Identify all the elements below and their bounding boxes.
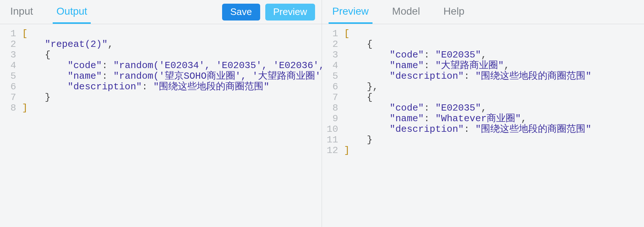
right-tabs: Preview Model Help (329, 0, 468, 24)
code-token: } (367, 81, 372, 92)
line-number: 7 (0, 92, 16, 103)
code-line[interactable]: "code": "random('E02034', 'E02035', 'E02… (22, 60, 322, 71)
code-line[interactable]: { (344, 92, 644, 103)
line-number: 8 (0, 103, 16, 114)
left-gutter: 12345678 (0, 29, 20, 227)
code-token: : (464, 124, 475, 135)
code-token: "name" (390, 60, 424, 71)
code-line[interactable]: [ (22, 29, 322, 39)
code-line[interactable]: "repeat(2)", (22, 39, 322, 50)
code-token (344, 49, 390, 60)
line-number: 2 (322, 39, 338, 50)
code-token: : (464, 71, 475, 82)
line-number: 4 (0, 60, 16, 71)
code-token (22, 71, 68, 82)
code-token: , (521, 113, 527, 124)
code-token: "description" (68, 81, 142, 92)
code-token (344, 81, 367, 92)
code-token (22, 81, 68, 92)
code-token (344, 124, 390, 135)
line-number: 8 (322, 103, 338, 114)
line-number: 9 (322, 114, 338, 124)
code-line[interactable]: { (344, 39, 644, 50)
tab-model[interactable]: Model (389, 0, 424, 24)
code-line[interactable]: "code": "E02035", (344, 50, 644, 60)
code-token (344, 103, 390, 114)
line-number: 6 (0, 82, 16, 92)
code-line[interactable]: ] (344, 145, 644, 156)
code-token: "code" (68, 60, 102, 71)
code-token: , (372, 81, 378, 92)
code-line[interactable]: "description": "围绕这些地段的商圈范围" (344, 71, 644, 82)
left-tabbar: Input Output Save Preview (0, 0, 322, 24)
code-token: "description" (390, 71, 464, 82)
code-token: { (367, 39, 372, 50)
code-token: "description" (390, 124, 464, 135)
code-token (22, 39, 45, 50)
line-number: 3 (322, 50, 338, 60)
code-token: "围绕这些地段的商圈范围" (153, 81, 269, 92)
code-line[interactable]: } (344, 135, 644, 145)
code-token (22, 60, 68, 71)
code-line[interactable]: [ (344, 29, 644, 39)
code-token: , (108, 39, 113, 50)
code-line[interactable]: "name": "random('望京SOHO商业圈', '大望路商业圈', (22, 71, 322, 82)
line-number: 5 (322, 71, 338, 82)
code-line[interactable]: "code": "E02035", (344, 103, 644, 114)
right-pane: Preview Model Help 123456789101112 [ { "… (322, 0, 644, 227)
code-token: : (424, 113, 435, 124)
code-token: ] (22, 103, 28, 114)
save-button[interactable]: Save (222, 4, 260, 21)
code-token: "random('望京SOHO商业圈', '大望路商业圈', (113, 71, 322, 82)
code-line[interactable]: }, (344, 82, 644, 92)
right-editor[interactable]: 123456789101112 [ { "code": "E02035", "n… (322, 24, 644, 227)
code-token: "E02035" (435, 103, 481, 114)
code-line[interactable]: { (22, 50, 322, 60)
code-token (344, 134, 367, 145)
code-token: "name" (68, 71, 102, 82)
code-token: "大望路商业圈" (435, 60, 504, 71)
line-number: 10 (322, 124, 338, 135)
line-number: 12 (322, 145, 338, 156)
line-number: 4 (322, 60, 338, 71)
left-code[interactable]: [ "repeat(2)", { "code": "random('E02034… (20, 29, 322, 227)
code-token: : (142, 81, 153, 92)
tab-output[interactable]: Output (53, 0, 91, 24)
code-token (344, 71, 390, 82)
code-token: "Whatever商业圈" (435, 113, 521, 124)
line-number: 1 (322, 29, 338, 39)
app-root: Input Output Save Preview 12345678 [ "re… (0, 0, 644, 227)
code-token: "围绕这些地段的商圈范围" (475, 71, 591, 82)
left-editor[interactable]: 12345678 [ "repeat(2)", { "code": "rando… (0, 24, 322, 227)
right-gutter: 123456789101112 (322, 29, 342, 227)
code-line[interactable]: "name": "大望路商业圈", (344, 60, 644, 71)
preview-button[interactable]: Preview (265, 4, 315, 21)
tab-help[interactable]: Help (440, 0, 468, 24)
code-token: "围绕这些地段的商圈范围" (475, 124, 591, 135)
code-line[interactable]: "description": "围绕这些地段的商圈范围" (344, 124, 644, 135)
right-code[interactable]: [ { "code": "E02035", "name": "大望路商业圈", … (342, 29, 644, 227)
code-token: : (424, 60, 435, 71)
code-token (344, 92, 367, 103)
code-line[interactable]: "description": "围绕这些地段的商圈范围" (22, 82, 322, 92)
code-line[interactable]: } (22, 92, 322, 103)
right-tabbar: Preview Model Help (322, 0, 644, 24)
code-line[interactable]: ] (22, 103, 322, 114)
line-number: 5 (0, 71, 16, 82)
code-token (22, 92, 45, 103)
tab-input[interactable]: Input (7, 0, 37, 24)
tab-preview[interactable]: Preview (329, 0, 372, 24)
code-token: "E02035" (435, 49, 481, 60)
code-token: "code" (390, 103, 424, 114)
code-line[interactable]: "name": "Whatever商业圈", (344, 114, 644, 124)
code-token: "random('E02034', 'E02035', 'E02036', ' (113, 60, 322, 71)
code-token: { (367, 92, 372, 103)
line-number: 2 (0, 39, 16, 50)
left-tabs: Input Output (7, 0, 91, 24)
line-number: 1 (0, 29, 16, 39)
code-token: "repeat(2)" (45, 39, 108, 50)
code-token: , (481, 103, 487, 114)
line-number: 6 (322, 82, 338, 92)
code-token: , (504, 60, 510, 71)
code-token: : (102, 71, 113, 82)
